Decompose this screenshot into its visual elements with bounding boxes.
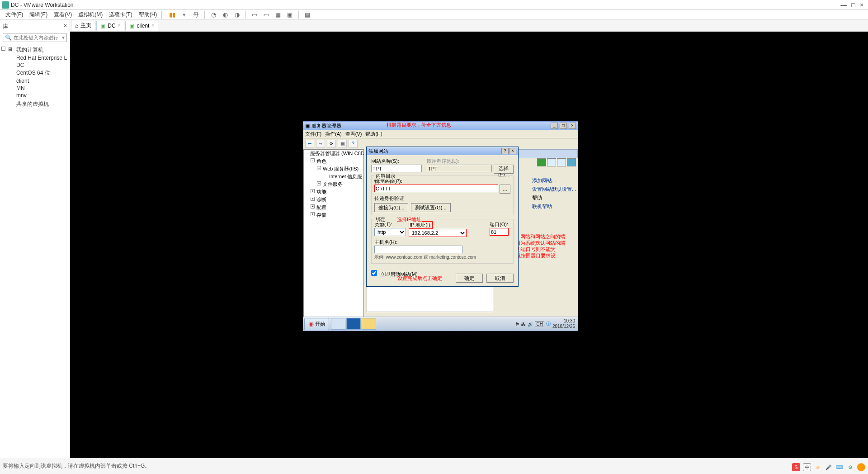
sm-menu-action[interactable]: 操作(A): [325, 131, 342, 137]
manage-icon[interactable]: ◑: [233, 11, 241, 19]
tray-info-icon[interactable]: ⓘ: [546, 321, 551, 327]
menu-edit[interactable]: 编辑(E): [27, 10, 50, 19]
search-box[interactable]: 🔍 ▾: [3, 33, 67, 42]
ime-icon[interactable]: S: [792, 463, 800, 471]
ok-button[interactable]: 确定: [456, 274, 483, 283]
help-icon[interactable]: ?: [349, 140, 358, 148]
tray-network-icon[interactable]: 🖧: [521, 322, 526, 327]
tab-dc[interactable]: ▣ DC ×: [96, 21, 124, 31]
test-settings-button[interactable]: 测试设置(G)...: [411, 203, 450, 212]
pause-icon[interactable]: ▮▮: [168, 11, 176, 19]
ip-select[interactable]: 192.168.2.2: [409, 229, 467, 237]
dropdown-icon[interactable]: ▾: [62, 34, 65, 41]
close-icon[interactable]: ×: [118, 23, 121, 28]
tree-item-mn[interactable]: MN: [2, 85, 68, 92]
thumbnail-icon[interactable]: ▦: [274, 11, 282, 19]
unity-icon[interactable]: ▭: [250, 11, 259, 19]
sm-close-button[interactable]: ×: [569, 123, 576, 129]
browse-button[interactable]: ...: [500, 185, 510, 194]
tree-item-centos[interactable]: CentOS 64 位: [2, 69, 68, 77]
sm-tree-file[interactable]: +文件服务: [304, 180, 363, 188]
face-icon[interactable]: ☺: [814, 463, 822, 471]
menu-view[interactable]: 查看(V): [51, 10, 75, 19]
taskbar-item-explorer[interactable]: [362, 318, 376, 330]
maximize-button[interactable]: □: [851, 1, 855, 9]
dialog-titlebar[interactable]: 添加网站 ? ×: [367, 147, 518, 155]
back-icon[interactable]: ⬅: [305, 140, 314, 148]
tree-item-mnv[interactable]: mnv: [2, 92, 68, 99]
settings-icon[interactable]: ⚙: [846, 463, 854, 471]
sm-tree-diag[interactable]: +诊断: [304, 196, 363, 204]
tray-sound-icon[interactable]: 🔊: [528, 322, 533, 327]
revert-icon[interactable]: ◐: [221, 11, 229, 19]
stop-icon[interactable]: 母: [192, 11, 200, 19]
cancel-button[interactable]: 取消: [486, 274, 514, 283]
sm-tree-config[interactable]: +配置: [304, 204, 363, 211]
menu-file[interactable]: 文件(F): [3, 10, 26, 19]
tree-shared[interactable]: 共享的虚拟机: [2, 100, 68, 109]
sm-nav-bar[interactable]: [518, 149, 578, 158]
taskbar-item-ps[interactable]: [346, 318, 361, 330]
home-button[interactable]: [557, 158, 566, 166]
site-name-input[interactable]: [371, 165, 422, 172]
host-input[interactable]: [374, 246, 462, 253]
fullscreen-icon[interactable]: ▣: [286, 11, 294, 19]
refresh-icon[interactable]: ⟳: [327, 140, 336, 148]
properties-icon[interactable]: ▤: [338, 140, 347, 148]
search-input[interactable]: [14, 35, 60, 40]
action-add-site[interactable]: 添加网站...: [532, 176, 576, 185]
play-icon[interactable]: ▾: [180, 11, 188, 19]
mic-icon[interactable]: 🎤: [825, 463, 833, 471]
minimize-button[interactable]: —: [840, 1, 847, 9]
tray-flag-icon[interactable]: ⚑: [515, 322, 519, 327]
sm-tree-storage[interactable]: +存储: [304, 211, 363, 219]
menu-vm[interactable]: 虚拟机(M): [75, 10, 105, 19]
action-set-defaults[interactable]: 设置网站默认设置...: [532, 185, 576, 194]
guest-display[interactable]: ▣ 服务器管理器 _ □ × 文件(F) 操作(A) 查看(V) 帮助(H) ⬅: [70, 32, 868, 458]
notify-icon[interactable]: [857, 463, 865, 471]
physical-path-input[interactable]: [374, 185, 498, 192]
taskbar-item-sm[interactable]: [331, 318, 345, 330]
console-icon[interactable]: ▭: [262, 11, 270, 19]
tree-item-redhat[interactable]: Red Hat Enterprise L: [2, 54, 68, 62]
port-input[interactable]: [490, 228, 509, 236]
stop-button[interactable]: [547, 158, 556, 166]
close-icon[interactable]: ×: [151, 23, 154, 28]
tab-client[interactable]: ▣ client ×: [125, 21, 158, 31]
action-online-help[interactable]: 联机帮助: [532, 202, 576, 211]
keyboard-icon[interactable]: ⌨: [835, 463, 844, 471]
tray-clock[interactable]: 10:30 2018/12/26: [552, 318, 576, 329]
sm-max-button[interactable]: □: [560, 123, 567, 129]
dialog-help-button[interactable]: ?: [501, 148, 509, 154]
tray-lang[interactable]: CH: [535, 321, 544, 327]
refresh-button[interactable]: [537, 158, 546, 166]
close-button[interactable]: ×: [860, 1, 863, 9]
library-icon[interactable]: ▤: [303, 11, 311, 19]
sm-tree-features[interactable]: +功能: [304, 188, 363, 196]
tab-home[interactable]: ⌂ 主页: [71, 20, 95, 31]
tree-item-client[interactable]: client: [2, 77, 68, 85]
tree-item-dc[interactable]: DC: [2, 62, 68, 69]
sm-menu-view[interactable]: 查看(V): [345, 131, 362, 137]
sidebar-close-icon[interactable]: ×: [64, 23, 67, 30]
sm-tree-roles[interactable]: -角色: [304, 157, 363, 165]
menu-tabs[interactable]: 选项卡(T): [106, 10, 135, 19]
sm-menu-help[interactable]: 帮助(H): [365, 131, 382, 137]
tree-root[interactable]: - 🖥 我的计算机: [2, 46, 68, 54]
help-button[interactable]: [567, 158, 576, 166]
connect-as-button[interactable]: 连接为(C)...: [374, 203, 408, 212]
start-button[interactable]: ◉ 开始: [304, 318, 329, 330]
sm-tree-root[interactable]: 服务器管理器 (WIN-C8DD59: [304, 150, 363, 157]
lang-icon[interactable]: 中: [803, 463, 811, 471]
forward-icon[interactable]: ➡: [316, 140, 325, 148]
sm-min-button[interactable]: _: [551, 123, 558, 129]
sm-tree-web[interactable]: -Web 服务器(IIS): [304, 165, 363, 173]
type-select[interactable]: http: [374, 228, 406, 236]
sm-tree-iis[interactable]: Internet 信息服: [304, 173, 363, 180]
sm-menu-file[interactable]: 文件(F): [305, 131, 321, 137]
menu-help[interactable]: 帮助(H): [136, 10, 160, 19]
snapshot-icon[interactable]: ◔: [209, 11, 217, 19]
action-help[interactable]: 帮助: [532, 194, 576, 202]
dialog-close-button[interactable]: ×: [509, 148, 516, 154]
select-pool-button[interactable]: 选择(E)...: [494, 165, 514, 174]
